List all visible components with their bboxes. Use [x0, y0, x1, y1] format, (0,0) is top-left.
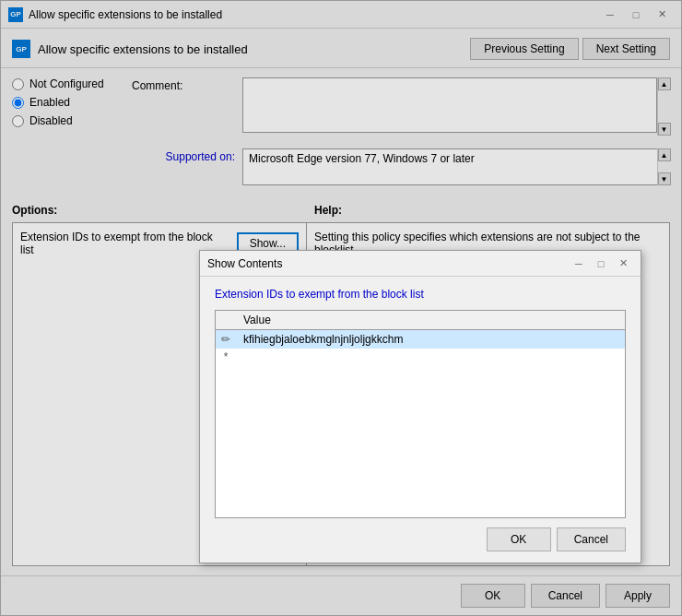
- value-cell: [236, 349, 625, 365]
- modal-title-bar: Show Contents ─ □ ✕: [200, 251, 641, 277]
- modal-window: Show Contents ─ □ ✕ Extension IDs to exe…: [199, 250, 641, 563]
- modal-minimize-button[interactable]: ─: [569, 255, 589, 272]
- table-row: *: [216, 349, 625, 365]
- modal-table: Value ✏*: [216, 311, 625, 365]
- modal-overlay: Show Contents ─ □ ✕ Extension IDs to exe…: [1, 1, 681, 615]
- modal-cancel-button[interactable]: Cancel: [557, 527, 626, 551]
- modal-title-controls: ─ □ ✕: [569, 255, 633, 272]
- main-window: GP Allow specific extensions to be insta…: [0, 0, 682, 616]
- modal-content: Extension IDs to exempt from the block l…: [200, 277, 641, 563]
- modal-table-container: Value ✏*: [215, 310, 626, 518]
- star-cell: *: [216, 349, 236, 365]
- modal-maximize-button[interactable]: □: [591, 255, 611, 272]
- modal-close-button[interactable]: ✕: [613, 255, 633, 272]
- value-input-field[interactable]: [241, 332, 619, 347]
- pencil-cell: ✏: [216, 330, 236, 349]
- col-pencil-header: [216, 311, 236, 330]
- value-cell: [236, 330, 625, 349]
- col-value-header: Value: [236, 311, 625, 330]
- modal-subtitle: Extension IDs to exempt from the block l…: [215, 288, 626, 301]
- table-row: ✏: [216, 330, 625, 349]
- modal-ok-button[interactable]: OK: [487, 527, 551, 551]
- modal-buttons: OK Cancel: [215, 518, 626, 551]
- modal-title-text: Show Contents: [207, 257, 569, 270]
